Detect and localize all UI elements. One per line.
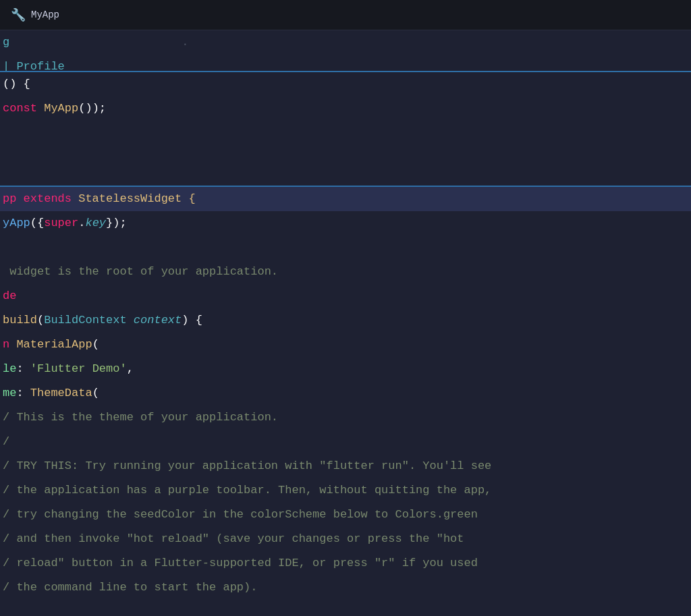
code-section-main: () { const MyApp()); (0, 72, 691, 169)
code-line: () { (0, 72, 691, 96)
app-title: MyApp (31, 9, 59, 20)
code-line: yApp({super.key}); (0, 211, 691, 235)
code-line: le: 'Flutter Demo', (0, 357, 691, 381)
code-line: | Profile (0, 55, 691, 72)
code-line (0, 145, 691, 169)
code-line: const MyApp()); (0, 96, 691, 121)
code-line: build(BuildContext context) { (0, 308, 691, 333)
top-partial-area: g . | Profile (0, 30, 691, 72)
code-editor[interactable]: g . | Profile () { const MyApp()); pp ex… (0, 30, 691, 616)
code-line: / the application has a purple toolbar. … (0, 478, 691, 503)
code-line (0, 121, 691, 145)
code-line: / reload" button in a Flutter-supported … (0, 551, 691, 576)
code-line: pp extends StatelessWidget { (0, 187, 691, 211)
code-line: / and then invoke "hot reload" (save you… (0, 527, 691, 551)
code-line: / This is the theme of your application. (0, 405, 691, 430)
code-line: g . (0, 30, 691, 55)
code-section-class: pp extends StatelessWidget { yApp({super… (0, 187, 691, 600)
code-line: / the command line to start the app). (0, 576, 691, 600)
code-line: / TRY THIS: Try running your application… (0, 454, 691, 478)
code-line: / try changing the seedColor in the colo… (0, 503, 691, 527)
code-line (0, 235, 691, 260)
code-line: n MaterialApp( (0, 333, 691, 357)
code-line: / (0, 430, 691, 454)
code-line: widget is the root of your application. (0, 260, 691, 284)
app-icon: 🔧 (11, 7, 26, 22)
code-line: de (0, 284, 691, 308)
title-bar: 🔧 MyApp (0, 0, 691, 30)
code-line: me: ThemeData( (0, 381, 691, 405)
